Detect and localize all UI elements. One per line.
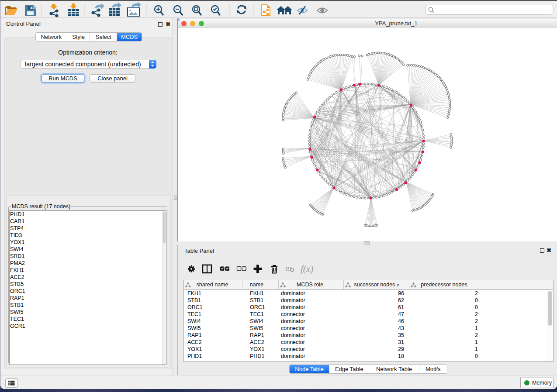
svg-text:f(x): f(x) [301,264,313,274]
